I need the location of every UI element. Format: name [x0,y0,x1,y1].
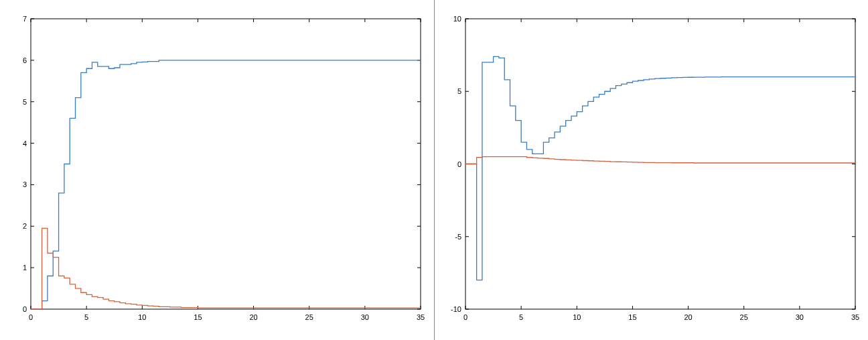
svg-text:15: 15 [194,313,202,321]
y-ticks: -10-50510 [451,15,855,313]
plot-area: 05101520253035-10-50510 [435,0,869,340]
plot-area: 0510152025303501234567 [0,0,434,340]
svg-text:3: 3 [23,180,27,188]
x-ticks: 05101520253035 [463,19,859,321]
svg-text:6: 6 [23,56,27,64]
svg-text:25: 25 [739,313,747,321]
svg-text:35: 35 [417,313,425,321]
axes-box [31,19,421,309]
svg-text:35: 35 [851,313,859,321]
svg-text:5: 5 [84,313,88,321]
series-y1 [465,56,855,280]
svg-text:5: 5 [519,313,523,321]
svg-text:0: 0 [457,160,461,168]
svg-text:0: 0 [23,305,27,313]
chart-panel-left: Model Predictive Control With Integral A… [0,0,435,340]
svg-text:-5: -5 [455,233,461,241]
svg-text:15: 15 [628,313,636,321]
chart-pair: Model Predictive Control With Integral A… [0,0,868,340]
series-u [31,228,421,309]
svg-text:10: 10 [138,313,146,321]
svg-text:10: 10 [453,15,461,23]
svg-text:10: 10 [573,313,581,321]
svg-text:25: 25 [305,313,313,321]
svg-text:4: 4 [23,139,27,148]
svg-text:7: 7 [23,15,27,23]
svg-text:5: 5 [23,98,27,106]
svg-text:0: 0 [463,313,467,321]
svg-text:20: 20 [249,313,257,321]
chart-panel-right: Model Predictive Control With Integral A… [435,0,869,340]
svg-text:2: 2 [23,222,27,230]
svg-text:1: 1 [23,264,27,272]
series-u [465,157,855,164]
svg-text:0: 0 [29,313,33,321]
x-ticks: 05101520253035 [29,19,425,321]
svg-text:30: 30 [361,313,369,321]
svg-text:20: 20 [684,313,692,321]
svg-text:5: 5 [457,87,461,95]
svg-text:30: 30 [795,313,803,321]
axes-box [465,19,855,309]
svg-text:-10: -10 [451,305,461,313]
y-ticks: 01234567 [23,15,421,313]
series-y1 [31,60,421,309]
